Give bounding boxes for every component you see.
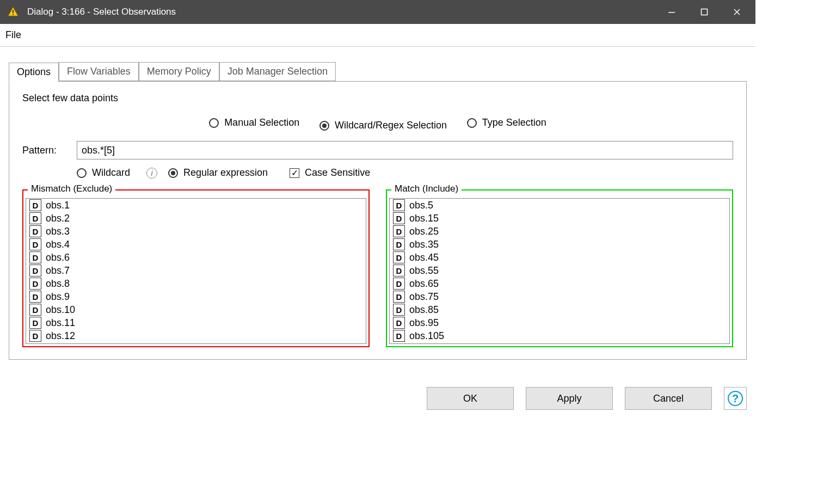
list-item[interactable]: Dobs.2 [26, 212, 366, 225]
list-item-label: obs.25 [409, 226, 439, 237]
radio-wildcard-regex-selection[interactable]: Wildcard/Regex Selection [319, 120, 447, 131]
include-listbox: Match (Include) Dobs.5Dobs.15Dobs.25Dobs… [386, 189, 733, 347]
exclude-legend: Mismatch (Exclude) [28, 183, 115, 194]
list-item-label: obs.85 [409, 304, 439, 316]
exclude-list[interactable]: Dobs.1Dobs.2Dobs.3Dobs.4Dobs.6Dobs.7Dobs… [26, 198, 366, 344]
title-bar: Dialog - 3:166 - Select Observations [0, 0, 755, 24]
include-list[interactable]: Dobs.5Dobs.15Dobs.25Dobs.35Dobs.45Dobs.5… [389, 198, 730, 344]
menu-file[interactable]: File [0, 24, 27, 46]
list-item-label: obs.15 [409, 213, 439, 224]
data-type-icon: D [393, 199, 405, 211]
data-type-icon: D [393, 225, 405, 237]
list-item[interactable]: Dobs.8 [26, 277, 366, 290]
list-item-label: obs.4 [46, 239, 70, 250]
apply-button[interactable]: Apply [526, 387, 613, 410]
list-item[interactable]: Dobs.10 [26, 303, 366, 316]
data-type-icon: D [393, 304, 405, 316]
list-item[interactable]: Dobs.9 [26, 290, 366, 303]
svg-rect-2 [668, 12, 675, 13]
exclude-listbox: Mismatch (Exclude) Dobs.1Dobs.2Dobs.3Dob… [22, 189, 370, 347]
list-item-label: obs.1 [46, 200, 70, 211]
list-item-label: obs.55 [409, 265, 439, 276]
list-item-label: obs.75 [409, 291, 439, 303]
tab-options[interactable]: Options [9, 63, 59, 82]
tab-job-manager[interactable]: Job Manager Selection [219, 62, 336, 81]
list-item-label: obs.10 [46, 304, 75, 316]
list-item[interactable]: Dobs.35 [390, 238, 729, 251]
list-item-label: obs.8 [46, 278, 70, 290]
pattern-label: Pattern: [22, 145, 77, 156]
list-item-label: obs.35 [409, 239, 439, 250]
list-item[interactable]: Dobs.4 [26, 238, 366, 251]
list-item[interactable]: Dobs.3 [26, 225, 366, 238]
list-item-label: obs.5 [409, 200, 433, 211]
data-type-icon: D [393, 212, 405, 224]
list-item-label: obs.95 [409, 317, 439, 329]
tab-flow-variables[interactable]: Flow Variables [59, 62, 139, 81]
data-type-icon: D [393, 265, 405, 276]
list-item[interactable]: Dobs.6 [26, 251, 366, 264]
close-button[interactable] [721, 0, 753, 24]
tab-memory-policy[interactable]: Memory Policy [139, 62, 219, 81]
list-item-label: obs.11 [46, 317, 75, 329]
minimize-button[interactable] [655, 0, 688, 24]
svg-rect-1 [13, 14, 14, 15]
data-type-icon: D [393, 317, 405, 329]
list-item-label: obs.105 [409, 330, 444, 342]
ok-button[interactable]: OK [427, 387, 514, 410]
list-item-label: obs.7 [46, 265, 70, 276]
list-item-label: obs.65 [409, 278, 439, 290]
list-item[interactable]: Dobs.45 [390, 251, 729, 264]
data-type-icon: D [29, 330, 41, 342]
radio-manual-selection[interactable]: Manual Selection [209, 117, 299, 128]
data-type-icon: D [393, 291, 405, 303]
radio-wildcard[interactable]: Wildcard [77, 167, 130, 179]
data-type-icon: D [29, 317, 41, 329]
data-type-icon: D [29, 212, 41, 224]
list-item[interactable]: Dobs.75 [390, 290, 729, 303]
list-item-label: obs.12 [46, 330, 75, 342]
list-item[interactable]: Dobs.15 [390, 212, 729, 225]
cancel-button[interactable]: Cancel [625, 387, 712, 410]
data-type-icon: D [393, 330, 405, 342]
radio-regular-expression[interactable]: Regular expression [168, 167, 268, 179]
svg-rect-0 [13, 10, 14, 13]
checkbox-case-sensitive[interactable]: ✓Case Sensitive [290, 167, 370, 179]
tab-panel-options: Select few data points Manual Selection … [9, 81, 747, 360]
list-item[interactable]: Dobs.25 [390, 225, 729, 238]
menu-bar: File [0, 24, 755, 47]
data-type-icon: D [29, 238, 41, 250]
list-item[interactable]: Dobs.11 [26, 316, 366, 329]
maximize-button[interactable] [688, 0, 721, 24]
svg-rect-3 [702, 9, 708, 15]
list-item[interactable]: Dobs.55 [390, 264, 729, 277]
list-item-label: obs.6 [46, 252, 70, 263]
radio-type-selection[interactable]: Type Selection [467, 117, 546, 128]
data-type-icon: D [393, 251, 405, 263]
data-type-icon: D [29, 304, 41, 316]
list-item[interactable]: Dobs.1 [26, 199, 366, 212]
info-icon[interactable]: i [146, 168, 157, 179]
list-item[interactable]: Dobs.5 [390, 199, 729, 212]
list-item-label: obs.9 [46, 291, 70, 303]
data-type-icon: D [393, 278, 405, 290]
list-item[interactable]: Dobs.105 [390, 329, 729, 342]
list-item[interactable]: Dobs.7 [26, 264, 366, 277]
data-type-icon: D [29, 278, 41, 290]
window-title: Dialog - 3:166 - Select Observations [27, 7, 655, 17]
help-button[interactable]: ? [724, 387, 747, 410]
data-type-icon: D [393, 238, 405, 250]
data-type-icon: D [29, 199, 41, 211]
data-type-icon: D [29, 251, 41, 263]
list-item[interactable]: Dobs.65 [390, 277, 729, 290]
list-item[interactable]: Dobs.12 [26, 329, 366, 342]
data-type-icon: D [29, 265, 41, 276]
list-item[interactable]: Dobs.85 [390, 303, 729, 316]
list-item-label: obs.2 [46, 213, 70, 224]
pattern-input[interactable] [77, 141, 733, 159]
data-type-icon: D [29, 291, 41, 303]
list-item[interactable]: Dobs.95 [390, 316, 729, 329]
include-legend: Match (Include) [391, 183, 462, 194]
list-item-label: obs.45 [409, 252, 439, 263]
tab-bar: Options Flow Variables Memory Policy Job… [9, 62, 747, 81]
